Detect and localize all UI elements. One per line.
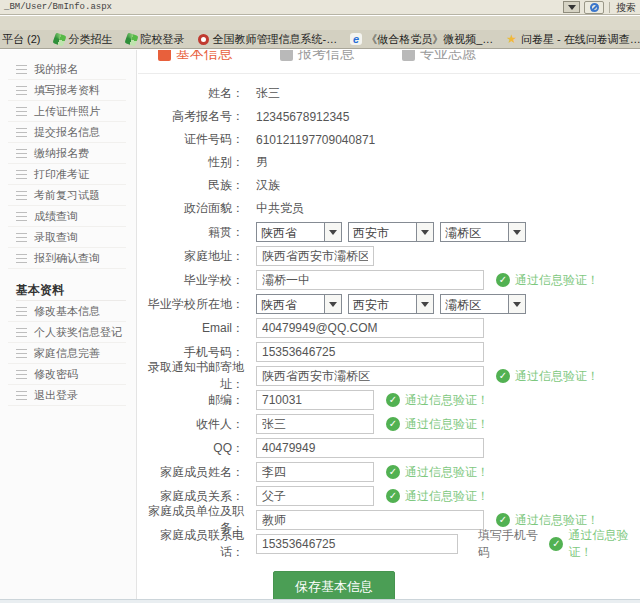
- verified-text: 通过信息验证！: [515, 368, 599, 385]
- page-body: 我的报名 填写报考资料 上传证件照片 提交报名信息 缴纳报名费 打印准考证 考前…: [0, 50, 640, 599]
- sidebar-item-edit-basic-info[interactable]: 修改基本信息: [8, 301, 126, 322]
- sidebar-item-admission-query[interactable]: 录取查询: [8, 227, 126, 248]
- bookmark-label: 《做合格党员》微视频_…: [366, 32, 493, 47]
- family-relation-input[interactable]: [256, 486, 374, 506]
- star-icon: ★: [506, 33, 517, 45]
- email-input[interactable]: [256, 318, 484, 338]
- sidebar-item-exam-review[interactable]: 考前复习试题: [8, 185, 126, 206]
- check-icon: ✓: [496, 513, 510, 527]
- sidebar-item-checkin-query[interactable]: 报到确认查询: [8, 248, 126, 269]
- mailing-address-input[interactable]: [256, 366, 484, 386]
- chevron-down-icon: [508, 223, 525, 241]
- field-label: 民族：: [138, 177, 251, 194]
- row-recipient: 收件人： ✓通过信息验证！: [138, 412, 640, 436]
- native-district-select[interactable]: 灞桥区: [440, 222, 526, 242]
- select-value: 灞桥区: [441, 223, 508, 241]
- sidebar-section-title: 基本资料: [16, 279, 126, 301]
- sidebar-item-submit-info[interactable]: 提交报名信息: [8, 122, 126, 143]
- url-text[interactable]: _BM/User/BmInfo.aspx: [4, 2, 563, 12]
- bookmark-label: 平台 (2): [2, 32, 41, 47]
- school-province-select[interactable]: 陕西省: [256, 294, 342, 314]
- family-workplace-input[interactable]: [256, 510, 484, 530]
- browser-address-bar: _BM/User/BmInfo.aspx 搜索: [0, 0, 640, 15]
- native-province-select[interactable]: 陕西省: [256, 222, 342, 242]
- sidebar-item-fill-materials[interactable]: 填写报考资料: [8, 80, 126, 101]
- check-icon: ✓: [549, 537, 563, 551]
- qq-input[interactable]: [256, 438, 484, 458]
- tab-application-info[interactable]: 报考信息: [280, 50, 354, 63]
- verified-text: 通过信息验证！: [405, 416, 489, 433]
- family-member-name-input[interactable]: [256, 462, 374, 482]
- tab-major-preference[interactable]: 专业志愿: [402, 50, 476, 63]
- chevron-down-icon: [568, 5, 576, 10]
- check-icon: ✓: [386, 417, 400, 431]
- sidebar-item-label: 修改密码: [34, 367, 78, 382]
- field-value: 610121197709040871: [251, 133, 375, 147]
- sidebar-item-pay-fee[interactable]: 缴纳报名费: [8, 143, 126, 164]
- mobile-input[interactable]: [256, 342, 484, 362]
- field-label: 收件人：: [138, 416, 251, 433]
- verified-badge: ✓通过信息验证！: [496, 512, 599, 529]
- check-icon: ✓: [386, 465, 400, 479]
- sidebar-item-label: 报到确认查询: [34, 251, 100, 266]
- pinwheel-icon: [124, 32, 138, 46]
- sidebar-item-print-ticket[interactable]: 打印准考证: [8, 164, 126, 185]
- form-page-icon: [280, 50, 293, 61]
- search-label[interactable]: 搜索: [609, 2, 636, 13]
- sidebar-item-upload-photo[interactable]: 上传证件照片: [8, 101, 126, 122]
- form-page-icon: [402, 50, 415, 61]
- address-dropdown-button[interactable]: [563, 1, 580, 13]
- field-label: 性别：: [138, 154, 251, 171]
- field-value: 张三: [251, 85, 280, 102]
- tab-bar: 基本信息 报考信息 专业志愿: [138, 50, 640, 74]
- field-label: 手机号码：: [138, 344, 251, 361]
- bookmark-video[interactable]: e 《做合格党员》微视频_…: [350, 32, 493, 47]
- school-district-select[interactable]: 灞桥区: [440, 294, 526, 314]
- verified-text: 通过信息验证！: [405, 464, 489, 481]
- bookmark-platform[interactable]: 平台 (2): [2, 32, 41, 47]
- field-value: 12345678912345: [251, 110, 349, 124]
- home-address-input[interactable]: [256, 246, 374, 266]
- sidebar-item-label: 修改基本信息: [34, 304, 100, 319]
- verified-text: 通过信息验证！: [405, 488, 489, 505]
- bookmark-label: 全国教师管理信息系统-…: [213, 32, 338, 47]
- sidebar-item-label: 成绩查询: [34, 209, 78, 224]
- sidebar-item-family-info[interactable]: 家庭信息完善: [8, 343, 126, 364]
- sidebar-item-awards-register[interactable]: 个人获奖信息登记: [8, 322, 126, 343]
- sidebar-item-logout[interactable]: 退出登录: [8, 385, 126, 406]
- bookmark-yuanxiao-denglu[interactable]: 院校登录: [126, 32, 185, 47]
- verified-badge: ✓通过信息验证！: [549, 527, 640, 561]
- list-icon: [16, 128, 27, 137]
- field-label: 毕业学校：: [138, 272, 251, 289]
- bookmark-teacher-system[interactable]: 全国教师管理信息系统-…: [198, 32, 338, 47]
- stop-button[interactable]: [584, 1, 604, 14]
- graduate-school-input[interactable]: [256, 270, 484, 290]
- field-label: 高考报名号：: [138, 108, 251, 125]
- sidebar-item-my-application[interactable]: 我的报名: [8, 59, 126, 80]
- tab-basic-info[interactable]: 基本信息: [158, 50, 232, 63]
- sidebar-item-label: 填写报考资料: [34, 83, 100, 98]
- list-icon: [16, 65, 27, 74]
- school-city-select[interactable]: 西安市: [348, 294, 434, 314]
- phone-hint-text: 填写手机号码: [478, 527, 541, 561]
- bookmark-label: 分类招生: [69, 32, 113, 47]
- field-label: 家庭成员姓名：: [138, 464, 251, 481]
- row-name: 姓名： 张三: [138, 82, 640, 105]
- family-phone-input[interactable]: [256, 534, 458, 554]
- tab-label: 专业志愿: [420, 50, 476, 63]
- basic-info-form: 姓名： 张三 高考报名号： 12345678912345 证件号码： 61012…: [138, 74, 640, 603]
- field-label: 证件号码：: [138, 131, 251, 148]
- native-city-select[interactable]: 西安市: [348, 222, 434, 242]
- select-value: 陕西省: [257, 295, 324, 313]
- bookmark-fenlei-zhaosheng[interactable]: 分类招生: [54, 32, 113, 47]
- bookmark-wenjuanxing[interactable]: ★ 问卷星 - 在线问卷调查…: [506, 32, 640, 47]
- field-label: 家庭成员联系电话：: [138, 527, 251, 561]
- row-family-member-name: 家庭成员姓名： ✓通过信息验证！: [138, 460, 640, 484]
- sidebar-item-score-query[interactable]: 成绩查询: [8, 206, 126, 227]
- recipient-input[interactable]: [256, 414, 374, 434]
- postcode-input[interactable]: [256, 390, 374, 410]
- verified-text: 通过信息验证！: [515, 272, 599, 289]
- field-value: 男: [251, 154, 268, 171]
- sidebar-item-change-password[interactable]: 修改密码: [8, 364, 126, 385]
- row-graduate-school: 毕业学校： ✓通过信息验证！: [138, 268, 640, 292]
